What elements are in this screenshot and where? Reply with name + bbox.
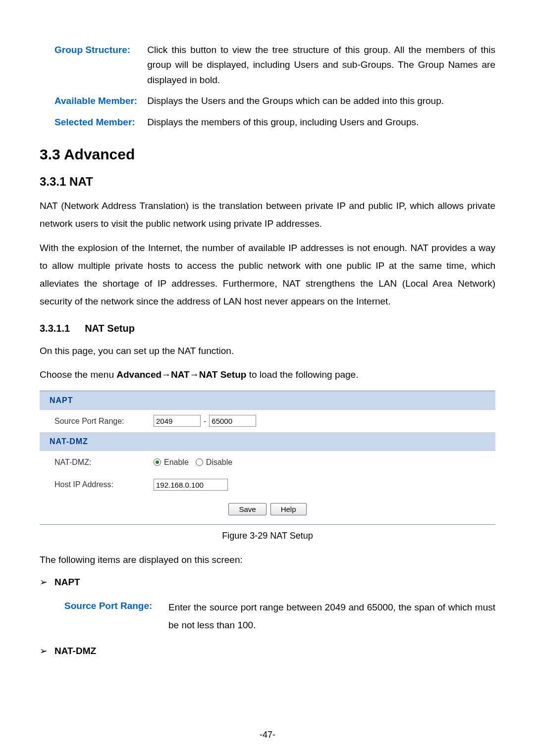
heading-nat-setup-num: 3.3.1.1 — [40, 320, 70, 336]
radio-enable-label: Enable — [164, 456, 189, 469]
para-nat-explosion: With the explosion of the Internet, the … — [40, 239, 495, 310]
desc-selected-member: Displays the members of this group, incl… — [147, 112, 495, 133]
term-available-member: Available Member: — [40, 91, 147, 111]
subdef-desc: Enter the source port range between 2049… — [168, 599, 495, 634]
input-source-port-from[interactable] — [154, 415, 201, 427]
desc-available-member: Displays the Users and the Groups which … — [147, 91, 495, 111]
term-group-structure: Group Structure: — [40, 40, 147, 91]
desc-group-structure: Click this button to view the tree struc… — [147, 40, 495, 91]
heading-nat: 3.3.1 NAT — [40, 172, 495, 191]
subdef-term: Source Port Range: — [64, 599, 168, 634]
figure-button-row: Save Help — [40, 496, 495, 524]
para-nat-setup-intro: On this page, you can set up the NAT fun… — [40, 342, 495, 360]
figure-caption: Figure 3-29 NAT Setup — [40, 529, 495, 543]
input-source-port-to[interactable] — [209, 415, 256, 427]
label-host-ip: Host IP Address: — [54, 478, 154, 491]
row-host-ip: Host IP Address: — [40, 473, 495, 496]
help-button[interactable]: Help — [270, 503, 307, 515]
row-natdmz: NAT-DMZ: Enable Disable — [40, 451, 495, 474]
row-source-port: Source Port Range: - — [40, 410, 495, 433]
dash-separator: - — [204, 415, 206, 428]
save-button[interactable]: Save — [228, 503, 266, 515]
label-natdmz: NAT-DMZ: — [54, 456, 154, 469]
heading-nat-setup: 3.3.1.1NAT Setup — [40, 320, 495, 336]
heading-nat-setup-label: NAT Setup — [85, 323, 135, 334]
definition-list: Group Structure: Click this button to vi… — [40, 40, 495, 133]
bullet-napt-label: NAPT — [54, 575, 80, 590]
figure-nat-setup: NAPT Source Port Range: - NAT-DMZ NAT-DM… — [40, 391, 495, 525]
radio-disable-label: Disable — [206, 456, 232, 469]
figure-header-napt: NAPT — [40, 391, 495, 410]
menu-path-bold: Advanced→NAT→NAT Setup — [116, 369, 246, 380]
heading-advanced: 3.3 Advanced — [40, 143, 495, 166]
bullet-napt: ➢ NAPT Source Port Range: Enter the sour… — [40, 575, 495, 635]
input-host-ip[interactable] — [154, 479, 228, 491]
page-number: -47- — [40, 728, 495, 742]
radio-enable[interactable]: Enable — [154, 456, 189, 469]
radio-icon — [196, 458, 203, 466]
bullet-arrow-icon: ➢ — [40, 644, 48, 658]
label-source-port-range: Source Port Range: — [54, 415, 154, 428]
menu-pre: Choose the menu — [40, 369, 116, 380]
radio-icon — [154, 458, 161, 466]
para-menu-path: Choose the menu Advanced→NAT→NAT Setup t… — [40, 366, 495, 384]
bullet-natdmz-label: NAT-DMZ — [54, 644, 96, 658]
bullet-arrow-icon: ➢ — [40, 575, 48, 590]
figure-header-natdmz: NAT-DMZ — [40, 432, 495, 451]
bullet-natdmz: ➢ NAT-DMZ — [40, 644, 495, 658]
para-nat-intro: NAT (Network Address Translation) is the… — [40, 197, 495, 233]
menu-post: to load the following page. — [246, 369, 358, 380]
term-selected-member: Selected Member: — [40, 112, 147, 133]
radio-disable[interactable]: Disable — [196, 456, 232, 469]
items-intro: The following items are displayed on thi… — [40, 551, 495, 569]
subdef-source-port-range: Source Port Range: Enter the source port… — [64, 599, 495, 634]
